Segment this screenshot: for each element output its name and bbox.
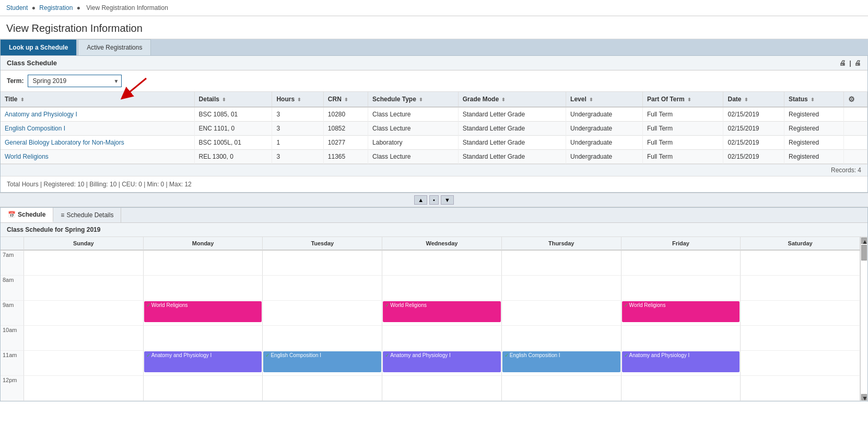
link-title-2[interactable]: General Biology Laboratory for Non-Major… bbox=[5, 139, 124, 146]
term-select[interactable]: Spring 2019 Fall 2018 Summer 2018 bbox=[28, 75, 122, 87]
collapse-dot-btn[interactable]: • bbox=[429, 195, 439, 205]
cal-cell-mon-11am[interactable]: ✓ Anatomy and Physiology I bbox=[144, 351, 263, 376]
cell-hours-0: 3 bbox=[272, 107, 323, 122]
collapse-controls: ▲ • ▼ bbox=[0, 193, 868, 207]
list-icon: ≡ bbox=[61, 211, 64, 219]
cal-cell-fri-9am[interactable]: ✓ World Religions bbox=[621, 301, 741, 326]
cal-cell-wed-10am bbox=[382, 326, 502, 351]
cell-status-2: Registered bbox=[784, 136, 844, 150]
cell-schedule-type-2: Laboratory bbox=[368, 136, 459, 150]
cal-cell-sun-8am bbox=[24, 276, 144, 301]
col-settings[interactable]: ⚙ bbox=[843, 92, 867, 107]
link-title-3[interactable]: World Religions bbox=[5, 153, 49, 160]
table-row: Anatomy and Physiology I BSC 1085, 01 3 … bbox=[1, 107, 867, 122]
scrollbar[interactable]: ▲ ▼ bbox=[860, 237, 867, 401]
schedule-table: Title ⬍ Details ⬍ Hours ⬍ CRN ⬍ Schedule… bbox=[1, 92, 867, 164]
cell-hours-3: 3 bbox=[272, 150, 323, 164]
event-anatomy-wed[interactable]: ✓ Anatomy and Physiology I bbox=[383, 351, 501, 372]
col-grade-mode[interactable]: Grade Mode ⬍ bbox=[458, 92, 566, 107]
event-english-thu[interactable]: ✓ English Composition I bbox=[502, 351, 620, 372]
cal-time-9am: 9am bbox=[1, 301, 24, 326]
sort-icon-crn: ⬍ bbox=[344, 97, 348, 102]
table-body: Anatomy and Physiology I BSC 1085, 01 3 … bbox=[1, 107, 867, 164]
cell-action-3 bbox=[843, 150, 867, 164]
event-link-anatomy-wed[interactable]: Anatomy and Physiology I bbox=[390, 352, 451, 358]
breadcrumb: Student ● Registration ● View Registrati… bbox=[0, 0, 868, 16]
collapse-down-btn[interactable]: ▼ bbox=[441, 195, 454, 205]
cell-action-0 bbox=[843, 107, 867, 122]
event-anatomy-mon[interactable]: ✓ Anatomy and Physiology I bbox=[144, 351, 262, 372]
event-english-tue[interactable]: ✓ English Composition I bbox=[263, 351, 381, 372]
event-link-world-religions-mon[interactable]: World Religions bbox=[151, 302, 188, 308]
cal-cell-thu-11am[interactable]: ✓ English Composition I bbox=[502, 351, 621, 376]
cal-cell-wed-9am[interactable]: ✓ World Religions bbox=[382, 301, 502, 326]
cal-cell-fri-11am[interactable]: ✓ Anatomy and Physiology I bbox=[621, 351, 741, 376]
calendar-grid-wrapper: Sunday Monday Tuesday Wednesday Thursday… bbox=[1, 237, 860, 401]
link-title-1[interactable]: English Composition I bbox=[5, 125, 65, 132]
event-world-religions-fri[interactable]: ✓ World Religions bbox=[622, 301, 740, 322]
cell-details-1: ENC 1101, 0 bbox=[194, 122, 272, 136]
event-link-anatomy-mon[interactable]: Anatomy and Physiology I bbox=[151, 352, 212, 358]
tab-schedule-label: Schedule bbox=[18, 211, 45, 218]
cal-cell-tue-7am bbox=[263, 251, 382, 276]
col-date[interactable]: Date ⬍ bbox=[723, 92, 784, 107]
bottom-section: 📅 Schedule ≡ Schedule Details Class Sche… bbox=[0, 207, 868, 401]
cal-cell-tue-11am[interactable]: ✓ English Composition I bbox=[263, 351, 382, 376]
col-level[interactable]: Level ⬍ bbox=[566, 92, 643, 107]
cell-part-of-term-0: Full Term bbox=[642, 107, 723, 122]
cell-schedule-type-0: Class Lecture bbox=[368, 107, 459, 122]
event-anatomy-fri[interactable]: ✓ Anatomy and Physiology I bbox=[622, 351, 740, 372]
scrollbar-track bbox=[861, 244, 867, 394]
col-status[interactable]: Status ⬍ bbox=[784, 92, 844, 107]
header-icons: 🖨 | 🖨 bbox=[839, 59, 861, 67]
cal-cell-sat-8am bbox=[741, 276, 860, 301]
col-schedule-type[interactable]: Schedule Type ⬍ bbox=[368, 92, 459, 107]
tab-schedule-details[interactable]: ≡ Schedule Details bbox=[53, 208, 121, 222]
col-hours[interactable]: Hours ⬍ bbox=[272, 92, 323, 107]
col-part-of-term[interactable]: Part Of Term ⬍ bbox=[642, 92, 723, 107]
link-title-0[interactable]: Anatomy and Physiology I bbox=[5, 111, 77, 118]
event-link-anatomy-fri[interactable]: Anatomy and Physiology I bbox=[629, 352, 690, 358]
term-row: Term: Spring 2019 Fall 2018 Summer 2018 … bbox=[1, 70, 867, 92]
check-icon: ✓ bbox=[505, 352, 509, 358]
cell-title-1: English Composition I bbox=[1, 122, 194, 136]
cell-schedule-type-1: Class Lecture bbox=[368, 122, 459, 136]
event-link-world-religions-wed[interactable]: World Religions bbox=[390, 302, 427, 308]
check-icon: ✓ bbox=[385, 302, 389, 308]
event-link-english-tue[interactable]: English Composition I bbox=[271, 352, 321, 358]
breadcrumb-current: View Registration Information bbox=[86, 4, 168, 11]
col-title[interactable]: Title ⬍ bbox=[1, 92, 194, 107]
cell-details-3: REL 1300, 0 bbox=[194, 150, 272, 164]
cal-header-wednesday: Wednesday bbox=[382, 237, 502, 251]
event-world-religions-mon[interactable]: ✓ World Religions bbox=[144, 301, 262, 322]
event-link-english-thu[interactable]: English Composition I bbox=[510, 352, 560, 358]
scrollbar-up[interactable]: ▲ bbox=[861, 238, 867, 244]
cell-part-of-term-1: Full Term bbox=[642, 122, 723, 136]
tab-active-registrations[interactable]: Active Registrations bbox=[78, 39, 151, 55]
collapse-up-btn[interactable]: ▲ bbox=[414, 195, 427, 205]
breadcrumb-registration[interactable]: Registration bbox=[39, 4, 73, 11]
event-world-religions-wed[interactable]: ✓ World Religions bbox=[383, 301, 501, 322]
col-details[interactable]: Details ⬍ bbox=[194, 92, 272, 107]
cal-cell-sat-11am bbox=[741, 351, 860, 376]
scrollbar-thumb[interactable] bbox=[861, 245, 867, 261]
calendar-container: Sunday Monday Tuesday Wednesday Thursday… bbox=[1, 237, 867, 401]
cell-crn-0: 10280 bbox=[323, 107, 368, 122]
tab-look-up-schedule[interactable]: Look up a Schedule bbox=[0, 39, 77, 55]
col-crn[interactable]: CRN ⬍ bbox=[323, 92, 368, 107]
breadcrumb-student[interactable]: Student bbox=[6, 4, 28, 11]
event-link-world-religions-fri[interactable]: World Religions bbox=[629, 302, 666, 308]
cell-date-3: 02/15/2019 bbox=[723, 150, 784, 164]
print-icon2[interactable]: 🖨 bbox=[854, 59, 861, 67]
cal-header-friday: Friday bbox=[621, 237, 741, 251]
print-icon1[interactable]: 🖨 bbox=[839, 59, 846, 67]
scrollbar-down[interactable]: ▼ bbox=[861, 394, 867, 400]
cell-level-0: Undergraduate bbox=[566, 107, 643, 122]
cell-crn-1: 10852 bbox=[323, 122, 368, 136]
cal-cell-wed-11am[interactable]: ✓ Anatomy and Physiology I bbox=[382, 351, 502, 376]
cell-action-2 bbox=[843, 136, 867, 150]
divider: | bbox=[849, 59, 851, 67]
cal-cell-sat-10am bbox=[741, 326, 860, 351]
tab-schedule[interactable]: 📅 Schedule bbox=[1, 208, 53, 222]
cal-cell-mon-9am[interactable]: ✓ World Religions bbox=[144, 301, 263, 326]
